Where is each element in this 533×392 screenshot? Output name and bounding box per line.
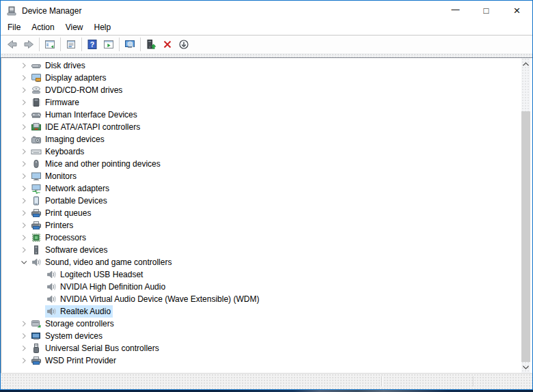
properties-button[interactable] [63, 37, 79, 52]
tree-item-label: Sound, video and game controllers [45, 257, 172, 267]
storage-controller-icon [31, 318, 42, 329]
maximize-icon: □ [484, 5, 489, 16]
row-content: Processors [30, 232, 88, 244]
row-content: Sound, video and game controllers [30, 256, 174, 268]
chevron-collapsed-icon[interactable] [18, 220, 30, 231]
chevron-collapsed-icon[interactable] [18, 343, 30, 354]
tree-item-display-adapters[interactable]: Display adapters [1, 72, 532, 84]
row-content: Imaging devices [30, 133, 107, 145]
tree-item-software-devices[interactable]: Software devices [1, 244, 532, 256]
window-title: Device Manager [22, 6, 81, 16]
tree-item-ide-ata-atapi-controllers[interactable]: IDE ATA/ATAPI controllers [1, 121, 532, 133]
help-button[interactable]: ? [84, 37, 100, 52]
tree-item-mice-and-other-pointing-devices[interactable]: Mice and other pointing devices [1, 158, 532, 170]
network-adapter-icon [31, 183, 42, 194]
sound-speaker-icon [46, 269, 57, 280]
chevron-collapsed-icon[interactable] [18, 244, 30, 255]
tree-item-nvidia-high-definition-audio[interactable]: NVIDIA High Definition Audio [1, 281, 532, 293]
row-content: Network adapters [30, 182, 111, 195]
tree-item-print-queues[interactable]: Print queues [1, 207, 532, 219]
row-content: DVD/CD-ROM drives [30, 84, 124, 96]
tree-item-human-interface-devices[interactable]: Human Interface Devices [1, 109, 532, 121]
chevron-collapsed-icon[interactable] [18, 146, 30, 157]
tree-item-processors[interactable]: Processors [1, 232, 532, 244]
show-hide-action-pane-button[interactable] [100, 37, 117, 52]
chevron-collapsed-icon[interactable] [18, 60, 30, 71]
show-hide-console-tree-button[interactable] [42, 37, 58, 52]
chevron-collapsed-icon[interactable] [18, 85, 30, 96]
tree-item-nvidia-virtual-audio-device-wave-extensible-wdm[interactable]: NVIDIA Virtual Audio Device (Wave Extens… [1, 293, 532, 305]
row-content: Monitors [30, 170, 79, 182]
tree-item-label: Mice and other pointing devices [45, 159, 161, 169]
chevron-collapsed-icon[interactable] [18, 134, 30, 145]
tree-item-label: Software devices [45, 245, 107, 255]
row-content: Storage controllers [30, 318, 116, 330]
uninstall-device-button[interactable] [159, 37, 176, 52]
keyboard-icon [31, 146, 42, 157]
chevron-collapsed-icon[interactable] [18, 355, 30, 366]
tree-item-network-adapters[interactable]: Network adapters [1, 182, 532, 195]
device-manager-window: Device Manager — □ × FileActionViewHelp … [0, 0, 533, 390]
chevron-collapsed-icon[interactable] [18, 122, 30, 132]
chevron-collapsed-icon[interactable] [18, 195, 30, 206]
firmware-chip-icon [31, 97, 42, 108]
tree-item-label: Monitors [45, 171, 77, 181]
tree-item-system-devices[interactable]: System devices [1, 330, 532, 342]
tree-item-universal-serial-bus-controllers[interactable]: Universal Serial Bus controllers [1, 342, 532, 354]
tree-item-disk-drives[interactable]: Disk drives [1, 59, 532, 72]
title-bar[interactable]: Device Manager — □ × [1, 1, 532, 20]
close-button[interactable]: × [502, 1, 532, 20]
tree-item-label: Human Interface Devices [45, 110, 137, 120]
chevron-collapsed-icon[interactable] [18, 109, 30, 120]
tree-item-logitech-usb-headset[interactable]: Logitech USB Headset [1, 268, 532, 281]
toolbar-separator [60, 38, 61, 51]
chevron-collapsed-icon[interactable] [18, 208, 30, 219]
tree-item-imaging-devices[interactable]: Imaging devices [1, 133, 532, 145]
row-content: Human Interface Devices [30, 109, 139, 121]
vertical-scrollbar[interactable] [521, 58, 530, 373]
forward-icon [23, 39, 34, 50]
tree-item-keyboards[interactable]: Keyboards [1, 145, 532, 158]
update-driver-button[interactable] [143, 37, 159, 52]
software-device-icon [31, 244, 42, 255]
tree-item-realtek-audio[interactable]: Realtek Audio [1, 305, 532, 318]
status-bar [1, 373, 532, 389]
scroll-down-button[interactable] [521, 361, 530, 373]
maximize-button[interactable]: □ [471, 1, 502, 20]
chevron-placeholder [33, 281, 45, 292]
tree-item-monitors[interactable]: Monitors [1, 170, 532, 182]
chevron-collapsed-icon[interactable] [18, 72, 30, 83]
tree-item-storage-controllers[interactable]: Storage controllers [1, 318, 532, 330]
chevron-expanded-icon[interactable] [18, 257, 30, 268]
scan-for-hardware-changes-button[interactable] [122, 37, 138, 52]
menu-action[interactable]: Action [26, 21, 59, 34]
disable-device-button[interactable] [176, 37, 192, 52]
chevron-collapsed-icon[interactable] [18, 331, 30, 341]
chevron-collapsed-icon[interactable] [18, 318, 30, 329]
chevron-collapsed-icon[interactable] [18, 171, 30, 182]
close-icon: × [514, 4, 521, 18]
tree-item-portable-devices[interactable]: Portable Devices [1, 195, 532, 207]
chevron-collapsed-icon[interactable] [18, 158, 30, 169]
chevron-collapsed-icon[interactable] [18, 183, 30, 194]
tree-item-dvd-cd-rom-drives[interactable]: DVD/CD-ROM drives [1, 84, 532, 96]
tree-item-label: Logitech USB Headset [60, 270, 143, 279]
back-icon [7, 39, 18, 50]
tree-item-sound-video-and-game-controllers[interactable]: Sound, video and game controllers [1, 256, 532, 268]
tree-item-wsd-print-provider[interactable]: WSD Print Provider [1, 354, 532, 367]
scroll-up-button[interactable] [521, 58, 530, 70]
chevron-collapsed-icon[interactable] [18, 97, 30, 108]
mouse-icon [31, 158, 42, 169]
tree-item-label: IDE ATA/ATAPI controllers [45, 122, 140, 132]
forward-button [20, 37, 37, 52]
chevron-collapsed-icon[interactable] [18, 232, 30, 243]
menu-help[interactable]: Help [89, 21, 117, 34]
device-manager-app-icon [6, 5, 17, 16]
chevron-placeholder [33, 269, 45, 280]
minimize-button[interactable]: — [440, 1, 471, 20]
menu-view[interactable]: View [60, 21, 89, 34]
tree-item-firmware[interactable]: Firmware [1, 96, 532, 109]
scrollbar-thumb[interactable] [521, 111, 530, 362]
menu-file[interactable]: File [2, 21, 26, 34]
tree-item-printers[interactable]: Printers [1, 219, 532, 232]
